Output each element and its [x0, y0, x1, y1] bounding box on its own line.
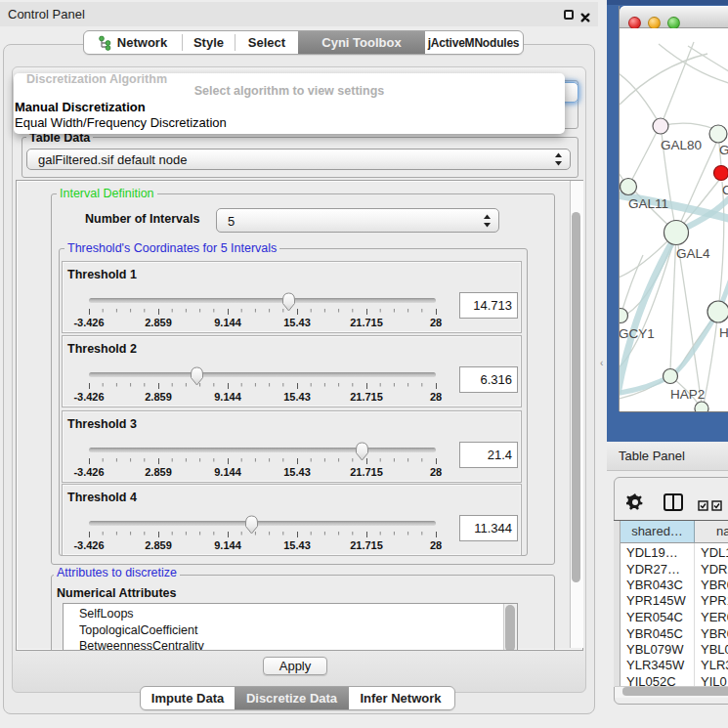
- svg-text:C: C: [722, 183, 728, 197]
- svg-text:GA: GA: [719, 143, 728, 157]
- svg-text:H: H: [719, 325, 728, 340]
- svg-text:GAL11: GAL11: [628, 196, 668, 211]
- svg-text:GCY1: GCY1: [620, 326, 655, 341]
- svg-text:GAL80: GAL80: [661, 138, 702, 152]
- svg-text:HAP2: HAP2: [670, 387, 705, 402]
- svg-text:GAL4: GAL4: [676, 246, 710, 261]
